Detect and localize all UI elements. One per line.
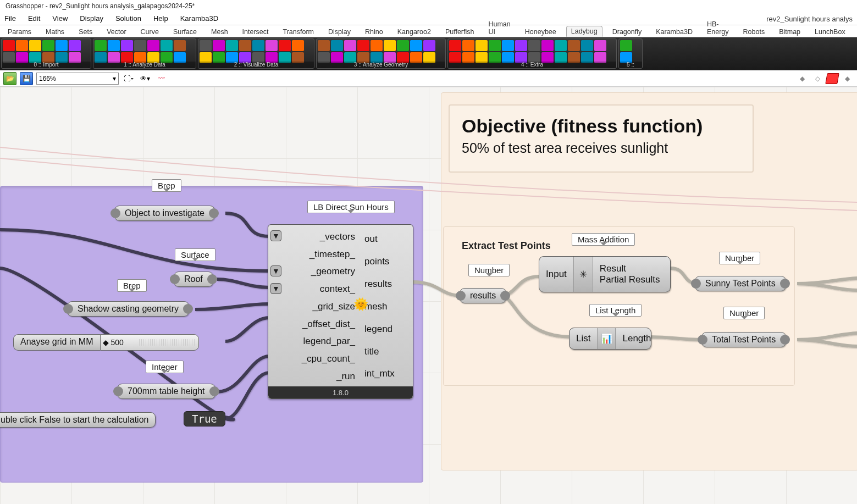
ribbon-icon[interactable] xyxy=(134,40,146,51)
reparam-icon[interactable]: ▼ xyxy=(270,265,281,276)
ribbon-icon[interactable] xyxy=(568,40,580,51)
ribbon-icon[interactable] xyxy=(462,40,474,51)
reparam-icon[interactable]: ▼ xyxy=(270,283,281,294)
boolean-toggle-true[interactable]: True xyxy=(184,411,225,427)
ribbon-icon[interactable] xyxy=(95,40,107,51)
ribbon-icon[interactable] xyxy=(174,40,186,51)
ribbon-icon[interactable] xyxy=(515,40,527,51)
ribbon-icon[interactable] xyxy=(397,40,409,51)
tab-kangaroo2[interactable]: Kangaroo2 xyxy=(393,27,435,37)
param-table-height[interactable]: 700mm table height xyxy=(117,384,215,399)
menu-help[interactable]: Help xyxy=(153,14,168,23)
ribbon-icon[interactable] xyxy=(318,40,330,51)
ribbon-icon[interactable] xyxy=(279,40,291,51)
param-shadow-geometry[interactable]: Shadow casting geometry xyxy=(67,301,189,317)
lb-input[interactable]: _run xyxy=(284,371,355,382)
tab-pufferfish[interactable]: Pufferfish xyxy=(441,27,479,37)
ribbon-icon[interactable] xyxy=(56,40,68,51)
ribbon-icon[interactable] xyxy=(410,40,422,51)
ribbon-icon[interactable] xyxy=(147,40,159,51)
tab-maths[interactable]: Maths xyxy=(41,27,69,37)
zoom-extents-icon[interactable]: ⛶▾ xyxy=(122,72,135,85)
lb-input[interactable]: legend_par_ xyxy=(284,336,355,347)
tab-surface[interactable]: Surface xyxy=(169,27,201,37)
tab-hb-energy[interactable]: HB-Energy xyxy=(703,19,733,37)
ribbon-icon[interactable] xyxy=(213,40,225,51)
tab-lunchbox[interactable]: LunchBox xyxy=(810,27,850,37)
tab-curve[interactable]: Curve xyxy=(136,27,163,37)
param-roof[interactable]: Roof xyxy=(174,272,213,287)
ribbon-icon[interactable] xyxy=(581,40,593,51)
reparam-icon[interactable]: ▼ xyxy=(270,230,281,241)
param-total-test-points[interactable]: Total Test Points xyxy=(701,332,786,347)
tab-dragonfly[interactable]: Dragonfly xyxy=(608,27,646,37)
lb-output[interactable]: results xyxy=(364,279,403,290)
menu-file[interactable]: File xyxy=(4,14,16,23)
tab-rhino[interactable]: Rhino xyxy=(361,27,388,37)
tab-octopus[interactable]: Octopus xyxy=(855,27,857,37)
param-results[interactable]: results xyxy=(460,288,506,303)
tab-human-ui[interactable]: Human UI xyxy=(484,19,515,37)
tab-ladybug[interactable]: Ladybug xyxy=(566,26,602,37)
ribbon-icon[interactable] xyxy=(16,40,28,51)
ribbon-icon[interactable] xyxy=(449,40,461,51)
save-file-icon[interactable]: 💾 xyxy=(20,72,33,85)
param-object-to-investigate[interactable]: Object to investigate xyxy=(114,206,215,221)
tab-karamba3d[interactable]: Karamba3D xyxy=(651,27,697,37)
ribbon-icon[interactable] xyxy=(476,40,488,51)
ribbon-icon[interactable] xyxy=(42,40,54,51)
lb-output[interactable]: mesh xyxy=(364,301,403,312)
tab-bitmap[interactable]: Bitmap xyxy=(775,27,805,37)
lb-input[interactable]: context_ xyxy=(284,284,355,295)
menu-display[interactable]: Display xyxy=(80,14,103,23)
ribbon-icon[interactable] xyxy=(266,40,278,51)
eraser-icon[interactable] xyxy=(825,73,839,84)
ribbon-icon[interactable] xyxy=(555,40,567,51)
tool-a-icon[interactable]: ◆ xyxy=(795,72,809,85)
param-start-calc[interactable]: uble click False to start the calculatio… xyxy=(0,412,156,428)
lb-input[interactable]: _timestep_ xyxy=(284,249,355,260)
ribbon-icon[interactable] xyxy=(620,40,632,51)
preview-icon[interactable]: 👁▾ xyxy=(139,72,152,85)
component-mass-addition[interactable]: Input ✳ Result Partial Results xyxy=(539,256,671,292)
ribbon-icon[interactable] xyxy=(489,40,501,51)
ribbon-icon[interactable] xyxy=(528,40,540,51)
ribbon-icon[interactable] xyxy=(252,40,264,51)
ribbon-icon[interactable] xyxy=(371,40,383,51)
sketch-icon[interactable]: 〰 xyxy=(155,72,168,85)
tab-robots[interactable]: Robots xyxy=(739,27,770,37)
lb-output[interactable]: legend xyxy=(364,324,403,335)
ribbon-icon[interactable] xyxy=(108,40,120,51)
tab-params[interactable]: Params xyxy=(3,27,36,37)
ribbon-icon[interactable] xyxy=(594,40,606,51)
ribbon-icon[interactable] xyxy=(69,40,81,51)
document-tab[interactable]: rev2_Sunlight hours analys xyxy=(762,13,857,25)
lb-output[interactable]: title xyxy=(364,346,403,357)
param-sunny-test-points[interactable]: Sunny Test Points xyxy=(695,276,786,291)
tool-b-icon[interactable]: ◇ xyxy=(811,72,824,85)
menu-edit[interactable]: Edit xyxy=(28,14,40,23)
ribbon-icon[interactable] xyxy=(344,40,356,51)
canvas[interactable]: Objective (fitness function) 50% of test… xyxy=(0,87,857,504)
ribbon-icon[interactable] xyxy=(161,40,173,51)
lb-output[interactable]: out xyxy=(364,234,403,245)
component-lb-direct-sun-hours[interactable]: _vectors_timestep__geometrycontext__grid… xyxy=(268,224,413,399)
ribbon-icon[interactable] xyxy=(3,40,15,51)
lb-input[interactable]: _geometry xyxy=(284,266,355,277)
lb-input[interactable]: _grid_size xyxy=(284,301,355,312)
ribbon-icon[interactable] xyxy=(502,40,514,51)
ribbon-icon[interactable] xyxy=(384,40,396,51)
ribbon-icon[interactable] xyxy=(121,40,133,51)
lb-input[interactable]: _offset_dist_ xyxy=(284,319,355,330)
open-file-icon[interactable]: 📂 xyxy=(3,72,16,85)
lb-output[interactable]: points xyxy=(364,256,403,267)
number-slider-grid[interactable]: Anayse grid in MM ◆500 xyxy=(13,334,199,351)
ribbon-icon[interactable] xyxy=(239,40,251,51)
ribbon-icon[interactable] xyxy=(357,40,369,51)
zoom-combo[interactable]: 166% ▾ xyxy=(36,73,119,85)
ribbon-icon[interactable] xyxy=(331,40,343,51)
lb-output[interactable]: int_mtx xyxy=(364,368,403,379)
tab-intersect[interactable]: Intersect xyxy=(238,27,273,37)
tab-transform[interactable]: Transform xyxy=(279,27,319,37)
menu-solution[interactable]: Solution xyxy=(115,14,141,23)
